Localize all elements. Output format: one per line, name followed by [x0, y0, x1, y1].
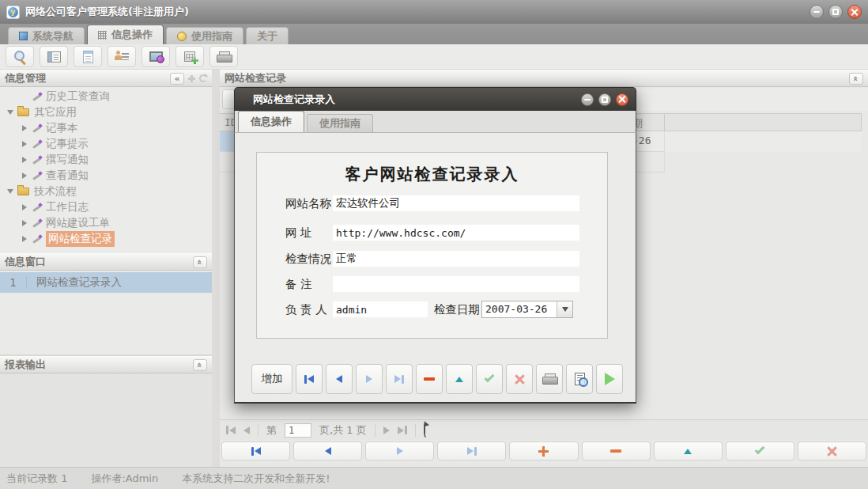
monitor-web-icon	[149, 51, 163, 62]
entry-form-panel: 客户网站检查记录录入 网站名称 网 址 检查情况 备 注	[256, 152, 608, 339]
tree-item[interactable]: 工作日志	[0, 199, 212, 215]
tool-icon	[32, 92, 42, 102]
app-icon: y	[6, 6, 20, 19]
tool-icon	[32, 234, 42, 244]
dialog-titlebar: 网站检查记录录入	[234, 87, 636, 111]
minimize-button[interactable]	[810, 5, 824, 19]
field-label-remark: 备 注	[285, 277, 333, 292]
site-name-input[interactable]	[333, 195, 579, 211]
toolbar-monitor-button[interactable]	[142, 46, 170, 67]
record-nav-buttons	[221, 442, 866, 462]
record-last-button[interactable]	[437, 442, 506, 461]
info-window-list: 1 网站检查记录录入	[0, 271, 212, 354]
remark-input[interactable]	[333, 276, 579, 292]
tree-item[interactable]: 查看通知	[0, 168, 212, 184]
printer-icon	[217, 51, 231, 63]
tab-about[interactable]: 关于	[246, 27, 289, 44]
tree-item[interactable]: 撰写通知	[0, 152, 212, 168]
tree-folder[interactable]: 其它应用	[0, 104, 212, 120]
prev-record-button[interactable]	[326, 364, 353, 394]
edit-record-button[interactable]	[446, 364, 473, 394]
tool-icon	[32, 171, 42, 181]
record-next-button[interactable]	[365, 442, 434, 461]
record-first-button[interactable]	[221, 442, 290, 461]
search-icon	[13, 51, 27, 63]
prev-page-button[interactable]	[243, 426, 250, 434]
collapse-up-button[interactable]: «	[849, 73, 863, 85]
maximize-button[interactable]	[828, 5, 843, 19]
dialog-button-row: 增加	[251, 364, 623, 394]
run-button[interactable]	[596, 364, 623, 394]
dialog-tab-user-guide[interactable]: 使用指南	[307, 114, 373, 132]
person-input[interactable]	[333, 301, 428, 317]
record-entry-dialog: 网站检查记录录入 信息操作 使用指南 客户网站检查记录录入 网站名称 网 址	[234, 87, 636, 404]
toolbar-form-button[interactable]	[40, 46, 68, 67]
dialog-tab-info-operation[interactable]: 信息操作	[238, 111, 304, 132]
field-label-person: 负 责 人	[285, 302, 333, 317]
dropdown-arrow-button[interactable]	[557, 301, 572, 317]
table-add-icon	[184, 51, 195, 62]
record-prev-button[interactable]	[293, 442, 362, 461]
content-header: 网站检查记录 «	[220, 70, 868, 87]
tab-user-guide[interactable]: 使用指南	[166, 27, 243, 44]
record-cancel-button[interactable]	[798, 442, 866, 461]
record-count: 当前记录数 1	[6, 472, 67, 486]
sidebar-splitter[interactable]	[212, 70, 220, 467]
refresh-tree-icon[interactable]	[199, 74, 207, 82]
tree-item[interactable]: 历史工资查询	[0, 89, 212, 104]
form-view-icon	[47, 51, 61, 63]
tree-item-selected[interactable]: 网站检查记录	[0, 231, 212, 247]
window-titlebar: y 网络公司客户管理系统(非注册用户)	[0, 0, 868, 24]
delete-record-button[interactable]	[416, 364, 443, 394]
add-node-icon[interactable]	[188, 75, 195, 82]
collapse-up-button[interactable]: «	[193, 359, 207, 371]
nav-square-icon	[19, 32, 28, 40]
tab-system-nav[interactable]: 系统导航	[8, 27, 85, 44]
document-icon	[83, 51, 93, 63]
first-page-button[interactable]	[226, 426, 236, 434]
report-output-header: 报表输出 «	[0, 356, 212, 373]
last-record-button[interactable]	[386, 364, 413, 394]
check-date-combobox[interactable]: 2007-03-26	[481, 301, 573, 318]
toolbar-user-tasks-button[interactable]	[108, 46, 136, 67]
tree-item[interactable]: 网站建设工单	[0, 215, 212, 231]
info-window-header: 信息窗口 «	[0, 253, 212, 271]
dialog-minimize-button[interactable]	[581, 93, 594, 106]
tree-item[interactable]: 记事提示	[0, 136, 212, 152]
close-icon	[851, 9, 859, 16]
toolbar-printer-button[interactable]	[209, 46, 238, 67]
toolbar-search-button[interactable]	[6, 46, 34, 67]
page-number-input[interactable]	[285, 423, 311, 438]
navigation-tree: 历史工资查询 其它应用 记事本 记事提示 撰写通知 查看通知 技术流程 工作日志…	[0, 87, 212, 253]
record-post-button[interactable]	[726, 442, 794, 461]
record-edit-button[interactable]	[654, 442, 723, 461]
info-window-row[interactable]: 1 网站检查记录录入	[0, 272, 212, 293]
close-button[interactable]	[847, 5, 862, 19]
print-button[interactable]	[536, 364, 563, 394]
record-delete-button[interactable]	[582, 442, 651, 461]
toolbar-table-add-button[interactable]	[175, 46, 204, 67]
check-status-input[interactable]	[333, 251, 579, 267]
record-add-button[interactable]	[509, 442, 578, 461]
add-button[interactable]: 增加	[251, 364, 292, 394]
print-preview-button[interactable]	[566, 364, 593, 394]
next-page-button[interactable]	[383, 426, 390, 434]
grid-toolbar-button[interactable]	[222, 89, 235, 109]
first-record-button[interactable]	[296, 364, 323, 394]
refresh-button[interactable]	[424, 424, 427, 436]
field-label-site-name: 网站名称	[285, 196, 333, 211]
cancel-button[interactable]	[506, 364, 533, 394]
next-record-button[interactable]	[356, 364, 383, 394]
dialog-close-button[interactable]	[616, 93, 628, 106]
window-title: 网络公司客户管理系统(非注册用户)	[25, 5, 189, 19]
collapse-left-button[interactable]: «	[170, 73, 184, 85]
last-page-button[interactable]	[398, 426, 407, 434]
collapse-up-button[interactable]: «	[193, 256, 207, 268]
toolbar-document-button[interactable]	[74, 46, 102, 67]
tree-folder[interactable]: 技术流程	[0, 184, 212, 199]
confirm-button[interactable]	[476, 364, 503, 394]
dialog-maximize-button[interactable]	[598, 93, 611, 106]
tab-info-operation[interactable]: 信息操作	[87, 25, 164, 44]
url-input[interactable]	[333, 225, 579, 241]
tree-item[interactable]: 记事本	[0, 120, 212, 136]
